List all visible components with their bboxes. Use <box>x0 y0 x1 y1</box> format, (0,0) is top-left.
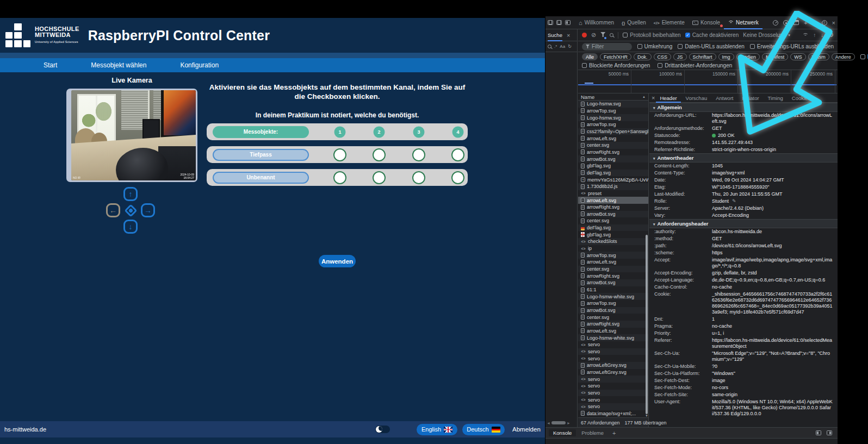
devtools-tab-willkommen[interactable]: Willkommen <box>575 16 618 29</box>
channel-checkbox[interactable] <box>333 171 346 184</box>
devtools-tab-elemente[interactable]: Elemente <box>650 16 689 29</box>
request-row-logo-hsmw-svg[interactable]: Logo-hsmw.svg <box>578 101 648 108</box>
requests-scrollbar[interactable]: ▼ <box>645 159 648 417</box>
camera-up-button[interactable]: ↑ <box>123 187 138 201</box>
request-row-preset[interactable]: <>preset <box>578 190 648 197</box>
camera-left-button[interactable]: ← <box>106 203 120 217</box>
request-row-deflag-svg[interactable]: deFlag.svg <box>578 224 648 232</box>
blocked-cookies-checkbox[interactable]: Blockierte Antwort-Cookies <box>860 54 868 60</box>
devtools-tab-konsole[interactable]: Konsole <box>689 16 724 29</box>
request-row-logo-hsmw-white-svg[interactable]: Logo-hsmw-white.svg <box>578 334 648 341</box>
filter-chip-ws[interactable]: WS <box>790 53 806 60</box>
filter-chip-manifest[interactable]: Manifest <box>762 53 788 60</box>
request-row-arrowbot-svg[interactable]: arrowBot.svg <box>578 211 648 218</box>
request-row-center-svg[interactable]: center.svg <box>578 217 648 224</box>
dock-panel-icon[interactable] <box>565 20 571 25</box>
request-row-servo[interactable]: <>servo <box>578 376 648 383</box>
request-row-arrowleftgrey-svg[interactable]: arrowLeftGrey.svg <box>578 362 648 369</box>
close-devtools-icon[interactable]: × <box>832 20 835 26</box>
add-drawer-tab-icon[interactable]: + <box>612 430 616 436</box>
record-icon[interactable] <box>582 33 587 37</box>
section-header-antwortheader[interactable]: ▾Antwortheader <box>649 153 838 162</box>
request-row-arrowleft-svg[interactable]: arrowLeft.svg <box>578 328 648 335</box>
filter-chip-andere[interactable]: Andere <box>832 53 855 60</box>
request-row-servo[interactable]: <>servo <box>578 355 648 362</box>
request-row-deflag-svg[interactable]: deFlag.svg <box>578 170 648 177</box>
details-tab-initiator[interactable]: Initiator <box>738 93 762 103</box>
request-row-data-image-svg-xml[interactable]: data:image/svg+xml;... <box>578 410 648 417</box>
target-icon[interactable] <box>783 20 789 26</box>
request-row-css2-family-open-sanswght[interactable]: css2?family=Open+Sanswght@... <box>578 128 648 135</box>
request-row-arrowbot-svg[interactable]: arrowBot.svg <box>578 279 648 286</box>
match-case-toggle[interactable]: Aa <box>560 44 565 49</box>
language-german-button[interactable]: Deutsch <box>462 424 505 435</box>
horizontal-scrollbar[interactable]: ◄► <box>547 420 575 426</box>
details-tab-vorschau[interactable]: Vorschau <box>682 93 711 103</box>
apply-button[interactable]: Anwenden <box>319 255 356 267</box>
request-row-arrowbot-svg[interactable]: arrowBot.svg <box>578 307 648 314</box>
camera-right-button[interactable]: → <box>141 203 155 217</box>
request-row-arrowtop-svg[interactable]: arrowTop.svg <box>578 108 648 115</box>
close-search-icon[interactable]: × <box>567 32 570 39</box>
export-har-icon[interactable]: ↓ <box>821 32 823 38</box>
request-row-arrowtop-svg[interactable]: arrowTop.svg <box>578 252 648 259</box>
request-row-servo[interactable]: <>servo <box>578 383 648 390</box>
edit-pencil-icon[interactable]: ✎ <box>732 198 736 204</box>
section-header-allgemein[interactable]: ▾Allgemein <box>649 103 838 112</box>
channel-checkbox[interactable] <box>373 171 386 184</box>
throttling-select[interactable]: Keine Drosselung▼ <box>743 32 791 38</box>
invert-checkbox[interactable]: Umkehrung <box>637 43 673 49</box>
request-row-arrowleft-svg[interactable]: arrowLeft.svg <box>578 135 648 142</box>
channel-checkbox[interactable] <box>412 148 425 161</box>
request-row-memvyags126mizpba-uvwbx2[interactable]: TmemvYaGs126MiZpBA-UvWbX2... <box>578 176 648 183</box>
request-row-arrowtop-svg[interactable]: arrowTop.svg <box>578 121 648 128</box>
language-english-button[interactable]: English <box>417 424 457 435</box>
clear-icon[interactable]: ⊘ <box>591 32 596 39</box>
hide-extension-urls-checkbox[interactable]: Erweiterungs-URLs ausblenden <box>750 43 834 49</box>
request-row-logo-hsmw-white-svg[interactable]: Logo-hsmw-white.svg <box>578 293 648 300</box>
filter-chip-css[interactable]: CSS <box>654 53 672 60</box>
drawer-tab-probleme[interactable]: Probleme <box>577 429 608 436</box>
request-row-servo[interactable]: <>servo <box>578 341 648 348</box>
filter-chip-schriftart[interactable]: Schriftart <box>689 53 716 60</box>
dock-drawer-icon[interactable] <box>816 430 821 435</box>
help-icon[interactable]: ? <box>822 20 827 26</box>
performance-gauge-icon[interactable] <box>773 20 778 26</box>
filter-input[interactable]: Filter <box>582 43 632 51</box>
filter-chip-alle[interactable]: Alle <box>582 53 598 60</box>
disable-cache-checkbox[interactable]: Cache deaktivieren <box>685 32 739 38</box>
blocked-requests-checkbox[interactable]: Blockierte Anforderungen <box>582 62 650 68</box>
network-timeline-overview[interactable]: 50000 ms100000 ms150000 ms200000 ms25000… <box>578 70 838 93</box>
inspect-tool-icon[interactable] <box>548 20 553 25</box>
details-tab-antwort[interactable]: Antwort <box>712 93 737 103</box>
channel-checkbox[interactable] <box>373 148 386 161</box>
filter-chip-fetch-xhr[interactable]: Fetch/XHR <box>600 53 631 60</box>
filter-chip-img[interactable]: Img <box>718 53 734 60</box>
nav-item-konfiguration[interactable]: Konfiguration <box>180 61 219 69</box>
more-options-icon[interactable]: ··· <box>813 20 817 26</box>
network-search-icon[interactable] <box>610 33 613 37</box>
filter-chip-medien[interactable]: Medien <box>736 53 760 60</box>
nav-item-start[interactable]: Start <box>44 61 57 69</box>
request-row-servo[interactable]: <>servo <box>578 390 648 397</box>
camera-down-button[interactable]: ↓ <box>123 220 138 234</box>
theme-toggle[interactable] <box>375 426 390 433</box>
requests-column-header[interactable]: Name ▲ <box>578 93 648 101</box>
filter-chip-dok[interactable]: Dok. <box>634 53 652 60</box>
channel-checkbox[interactable] <box>451 148 464 161</box>
request-row-arrowright-svg[interactable]: arrowRight.svg <box>578 272 648 279</box>
network-conditions-icon[interactable] <box>802 33 808 37</box>
channel-checkbox[interactable] <box>412 171 425 184</box>
drawer-tab-konsole[interactable]: Konsole <box>549 429 576 436</box>
scrollbar-thumb[interactable] <box>646 235 648 414</box>
request-row-logo-hsmw-svg[interactable]: Logo-hsmw.svg <box>578 114 648 121</box>
nav-item-messobjekt-w-hlen[interactable]: Messobjekt wählen <box>91 61 146 69</box>
section-header-anforderungsheader[interactable]: ▾Anforderungsheader <box>649 219 838 228</box>
regex-toggle[interactable]: .* <box>554 44 557 49</box>
request-row-arrowright-svg[interactable]: arrowRight.svg <box>578 204 648 211</box>
request-row-servo[interactable]: <>servo <box>578 403 648 410</box>
logout-button[interactable]: Abmelden <box>512 426 541 433</box>
hide-data-urls-checkbox[interactable]: Daten-URLs ausblenden <box>678 43 745 49</box>
refresh-icon[interactable]: ↻ <box>568 44 572 49</box>
filter-chip-wasm[interactable]: Wasm <box>808 53 829 60</box>
